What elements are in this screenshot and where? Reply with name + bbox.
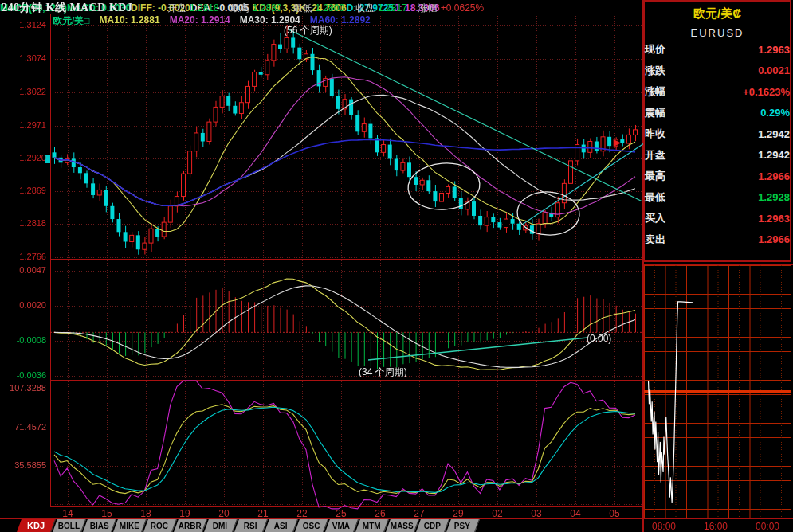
quote-row-label: 涨跌 [645,64,665,78]
indicator-tab[interactable]: BIAS [83,519,116,532]
quote-item-label: 收盘 [355,2,375,14]
x-axis-date-label: 15 [97,508,116,519]
quote-row-value: 1.2963 [758,44,790,56]
quote-row: 买入 1.2963 [645,208,790,229]
x-axis-date-label: 26 [371,508,390,519]
quote-row: 涨幅 +0.1623% [645,81,790,103]
quote-panel-symbol: EURUSD [645,27,790,39]
indicator-tab[interactable]: PSY [446,519,480,532]
quote-row-label: 最高 [645,169,665,183]
quote-row-label: 昨收 [645,127,665,141]
quote-row-value: 1.2942 [758,128,790,140]
x-axis-date-label: 03 [527,508,546,519]
quote-row-label: 开盘 [645,148,665,162]
quote-row: 涨跌 0.0021 [645,61,790,82]
quote-row-label: 现价 [645,42,665,57]
x-axis-date-label: 02 [488,508,507,519]
macd-y-axis-label: 0.0047 [2,265,46,275]
indicator-tab[interactable]: VMA [325,519,359,532]
x-axis-date-label: 20 [214,508,234,519]
ma-legend-item: MA10: 1.2881 [100,14,160,28]
quote-item-value: +0.0625% [441,2,484,14]
quote-panel: 欧元/美₡ EURUSD 现价 1.2963 涨跌 0.0021 涨幅 +0.1… [643,0,791,262]
x-axis-date-label: 05 [605,508,624,519]
quote-row-label: 买入 [645,211,665,225]
quote-row: 卖出 1.2966 [645,229,790,251]
x-axis-date-label: 19 [175,508,194,519]
annotation-34-periods: (34 个周期) [359,366,407,379]
quote-panel-title: 欧元/美₡ [645,6,790,22]
quote-item-value: 1.2830 [253,2,282,14]
quote-item-value: 1.2817 [378,2,407,14]
x-axis-date-label: 22 [292,508,312,519]
quote-item-value: 1.2800 [315,2,344,14]
main-y-axis-label: 1.3022 [2,87,46,96]
macd-y-axis-label: -0.0008 [2,335,46,345]
topbar-quote-item: 最高1.2830 [230,2,282,15]
quote-row-label: 震幅 [645,106,665,120]
indicator-tab[interactable]: ROC [143,519,177,532]
topbar-quote-strip: 开盘1.2818 最高1.2830 最低1.2800 收盘1.2817 涨幅+0… [167,2,484,15]
x-axis-date-label: 27 [410,508,429,519]
indicator-tab[interactable]: BOLL [53,519,86,532]
x-axis-date-label: 18 [136,508,155,519]
main-y-axis-label: 1.2971 [2,120,46,130]
quote-item-label: 最高 [230,2,249,14]
quote-row-value: 1.2928 [758,191,790,203]
indicator-tab[interactable]: MTM [355,519,389,532]
indicator-tab-bar: KDJ BOLL BIAS MIKE ROC ARBR DMI RSI ASI … [0,519,661,532]
topbar-quote-item: 最低1.2800 [292,2,344,15]
window-title: 240分钟 K线 MACD KDJ [2,1,132,15]
quote-row-label: 涨幅 [645,84,665,99]
quote-row-label: 最低 [645,190,665,205]
kdj-y-axis-label: 35.5855 [2,460,46,470]
main-y-axis-label: 1.2766 [2,252,46,261]
mini-chart-time-label: 08:00 [652,521,676,532]
indicator-tab[interactable]: RSI [234,519,268,532]
indicator-tab[interactable]: OSC [295,519,328,532]
tab-kdj-active[interactable]: KDJ [17,519,56,532]
quote-row: 震幅 0.29% [645,103,790,124]
symbol-label: 欧元/美□ [53,14,90,28]
indicator-tab[interactable]: ASI [265,519,298,532]
quote-item-label: 涨幅 [418,2,438,14]
x-axis-date-label: 25 [332,508,351,519]
main-y-axis-label: 1.2818 [2,218,46,228]
kdj-y-axis-label: 107.3288 [2,383,46,393]
main-y-axis-label: 1.3124 [2,20,46,29]
quote-row-value: 1.2942 [758,149,790,161]
kdj-y-axis-label: 71.4572 [2,422,46,432]
quote-row: 昨收 1.2942 [645,123,790,145]
topbar-quote-item: 涨幅+0.0625% [418,2,484,15]
quote-row: 开盘 1.2942 [645,145,790,166]
main-y-axis-label: 1.2869 [2,186,46,195]
annotation-zero-level: (0.00) [587,333,611,344]
ma-legend-item: MA20: 1.2914 [170,14,230,28]
x-axis-date-label: 29 [449,508,468,519]
quote-item-value: 1.2818 [190,2,219,14]
indicator-tab[interactable]: MIKE [113,519,147,532]
quote-item-label: 开盘 [167,2,186,14]
quote-row-value: 0.0021 [758,65,790,76]
mini-chart-time-label: 00:00 [756,521,779,532]
x-axis-date-label: 14 [58,508,77,519]
x-axis-date-label: 21 [253,508,273,519]
quote-row: 现价 1.2963 [645,39,790,61]
quote-row-value: +0.1623% [743,86,790,98]
macd-y-axis-label: -0.0036 [2,370,46,380]
topbar-quote-item: 开盘1.2818 [167,2,219,15]
macd-y-axis-label: 0.0020 [2,300,46,310]
quote-row: 最低 1.2928 [645,187,790,209]
quote-row-label: 卖出 [645,233,665,247]
indicator-tab[interactable]: DMI [204,519,238,532]
indicator-tab[interactable]: ARBR [174,519,207,532]
quote-row-value: 0.29% [760,107,790,119]
topbar-quote-item: 收盘1.2817 [355,2,407,15]
annotation-56-periods: (56 个周期) [284,24,332,37]
indicator-tab[interactable]: MASS [386,519,419,532]
main-y-axis-label: 1.3074 [2,53,46,63]
quote-row: 最高 1.2966 [645,166,790,187]
main-y-axis-label: 1.2920 [2,153,46,162]
indicator-tab[interactable]: CDP [416,519,449,532]
x-axis-date-label: 04 [566,508,585,519]
